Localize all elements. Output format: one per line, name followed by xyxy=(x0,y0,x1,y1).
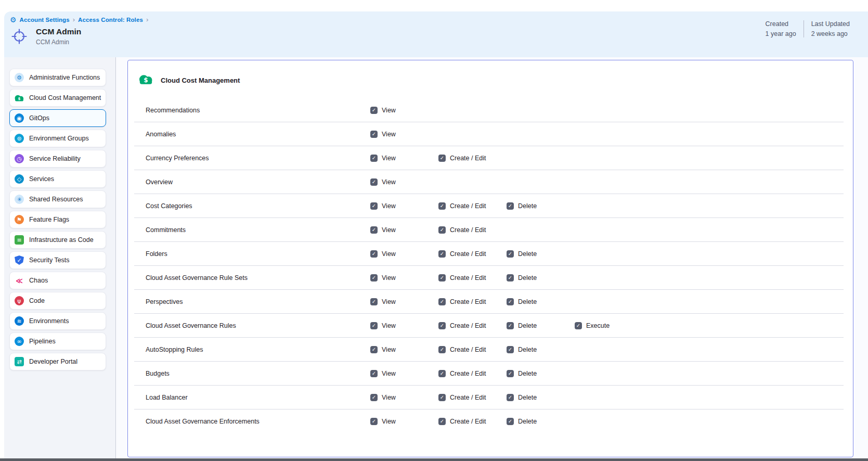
permission-checkbox-delete[interactable]: ✓Delete xyxy=(507,274,575,281)
sidebar-item-environment-groups[interactable]: ⊚ Environment Groups xyxy=(9,130,106,147)
permission-checkbox-create[interactable]: ✓Create / Edit xyxy=(438,226,507,234)
sidebar-item-admin-functions[interactable]: ⚙ Administrative Functions xyxy=(9,69,106,86)
checkbox-checked-icon[interactable]: ✓ xyxy=(370,178,378,186)
checkbox-checked-icon[interactable]: ✓ xyxy=(370,226,378,234)
permission-checkbox-view[interactable]: ✓View xyxy=(370,131,438,138)
checkbox-checked-icon[interactable]: ✓ xyxy=(370,346,378,353)
checkbox-checked-icon[interactable]: ✓ xyxy=(507,394,514,401)
permission-checkbox-delete[interactable]: ✓Delete xyxy=(507,250,575,258)
sidebar-item-code[interactable]: ψ Code xyxy=(9,292,106,310)
permission-row: Currency Preferences ✓View✓Create / Edit xyxy=(134,146,844,170)
permission-checkbox-create[interactable]: ✓Create / Edit xyxy=(438,322,507,329)
permission-checkbox-delete[interactable]: ✓Delete xyxy=(507,298,575,305)
permission-checkbox-delete[interactable]: ✓Delete xyxy=(507,322,575,329)
permission-checkbox-view[interactable]: ✓View xyxy=(370,202,438,210)
permission-checkbox-view[interactable]: ✓View xyxy=(370,394,438,401)
checkbox-checked-icon[interactable]: ✓ xyxy=(370,418,378,425)
checkbox-checked-icon[interactable]: ✓ xyxy=(370,394,378,401)
sidebar-item-label: Shared Resources xyxy=(29,196,83,203)
permission-checkbox-delete[interactable]: ✓Delete xyxy=(507,202,575,210)
permission-checkbox-execute[interactable]: ✓Execute xyxy=(575,322,643,329)
permission-checkbox-create[interactable]: ✓Create / Edit xyxy=(438,298,507,305)
permission-checkbox-create[interactable]: ✓Create / Edit xyxy=(438,418,507,425)
permission-checkbox-view[interactable]: ✓View xyxy=(370,370,438,377)
checkbox-checked-icon[interactable]: ✓ xyxy=(507,322,514,329)
checkbox-checked-icon[interactable]: ✓ xyxy=(370,298,378,305)
sidebar-item-developer-portal[interactable]: ⇄ Developer Portal xyxy=(9,353,106,370)
checkbox-checked-icon[interactable]: ✓ xyxy=(438,346,446,353)
permission-row: Perspectives ✓View✓Create / Edit✓Delete xyxy=(134,290,844,314)
checkbox-checked-icon[interactable]: ✓ xyxy=(438,370,446,377)
permission-checkbox-view[interactable]: ✓View xyxy=(370,226,438,234)
permission-checkbox-create[interactable]: ✓Create / Edit xyxy=(438,250,507,258)
sidebar-item-environments[interactable]: ≋ Environments xyxy=(9,312,106,330)
checkbox-checked-icon[interactable]: ✓ xyxy=(370,250,378,258)
permission-checkbox-view[interactable]: ✓View xyxy=(370,178,438,186)
sidebar-item-service-reliability[interactable]: ◷ Service Reliability xyxy=(9,150,106,168)
checkbox-checked-icon[interactable]: ✓ xyxy=(438,418,446,425)
checkbox-checked-icon[interactable]: ✓ xyxy=(507,274,514,281)
permission-label: Delete xyxy=(518,298,537,305)
checkbox-checked-icon[interactable]: ✓ xyxy=(438,226,446,234)
admin-functions-icon: ⚙ xyxy=(15,73,24,82)
permission-checkbox-delete[interactable]: ✓Delete xyxy=(507,418,575,425)
sidebar-item-security-tests[interactable]: ✓ Security Tests xyxy=(9,251,106,269)
checkbox-checked-icon[interactable]: ✓ xyxy=(438,250,446,258)
permission-checkbox-create[interactable]: ✓Create / Edit xyxy=(438,202,507,210)
permission-checkbox-view[interactable]: ✓View xyxy=(370,346,438,353)
sidebar-item-cloud-cost-management[interactable]: $ Cloud Cost Management xyxy=(9,89,106,107)
breadcrumb-link-access-control-roles[interactable]: Access Control: Roles xyxy=(78,17,143,23)
checkbox-checked-icon[interactable]: ✓ xyxy=(370,131,378,138)
sidebar-item-chaos[interactable]: ≪ Chaos xyxy=(9,272,106,289)
checkbox-checked-icon[interactable]: ✓ xyxy=(507,346,514,353)
checkbox-checked-icon[interactable]: ✓ xyxy=(438,155,446,162)
permission-checkbox-delete[interactable]: ✓Delete xyxy=(507,370,575,377)
sidebar-item-pipelines[interactable]: ∞ Pipelines xyxy=(9,332,106,350)
permission-checkbox-view[interactable]: ✓View xyxy=(370,250,438,258)
permission-checkbox-view[interactable]: ✓View xyxy=(370,418,438,425)
permission-checkbox-view[interactable]: ✓View xyxy=(370,322,438,329)
permission-checkbox-create[interactable]: ✓Create / Edit xyxy=(438,370,507,377)
checkbox-checked-icon[interactable]: ✓ xyxy=(370,370,378,377)
sidebar-item-feature-flags[interactable]: ⚑ Feature Flags xyxy=(9,211,106,228)
permission-label: View xyxy=(382,370,396,377)
permission-checkbox-create[interactable]: ✓Create / Edit xyxy=(438,274,507,281)
checkbox-checked-icon[interactable]: ✓ xyxy=(370,202,378,210)
content-area: ⚙ Administrative Functions $ Cloud Cost … xyxy=(4,57,868,458)
checkbox-checked-icon[interactable]: ✓ xyxy=(507,298,514,305)
checkbox-checked-icon[interactable]: ✓ xyxy=(370,274,378,281)
resource-label: Currency Preferences xyxy=(146,155,370,162)
permission-label: View xyxy=(382,131,396,138)
checkbox-checked-icon[interactable]: ✓ xyxy=(438,322,446,329)
permission-checkbox-view[interactable]: ✓View xyxy=(370,298,438,305)
checkbox-checked-icon[interactable]: ✓ xyxy=(438,394,446,401)
checkbox-checked-icon[interactable]: ✓ xyxy=(507,418,514,425)
checkbox-checked-icon[interactable]: ✓ xyxy=(507,250,514,258)
permission-checkbox-view[interactable]: ✓View xyxy=(370,107,438,114)
permission-checkbox-create[interactable]: ✓Create / Edit xyxy=(438,155,507,162)
resource-label: Cloud Asset Governance Enforcements xyxy=(146,418,370,425)
sidebar-item-gitops[interactable]: ◉ GitOps xyxy=(9,109,106,127)
checkbox-checked-icon[interactable]: ✓ xyxy=(575,322,582,329)
permission-checkbox-create[interactable]: ✓Create / Edit xyxy=(438,394,507,401)
svg-text:$: $ xyxy=(18,96,20,101)
checkbox-checked-icon[interactable]: ✓ xyxy=(507,370,514,377)
checkbox-checked-icon[interactable]: ✓ xyxy=(438,274,446,281)
permission-checkbox-create[interactable]: ✓Create / Edit xyxy=(438,346,507,353)
checkbox-checked-icon[interactable]: ✓ xyxy=(507,202,514,210)
checkbox-checked-icon[interactable]: ✓ xyxy=(438,202,446,210)
permission-checkbox-view[interactable]: ✓View xyxy=(370,274,438,281)
permission-checkbox-delete[interactable]: ✓Delete xyxy=(507,394,575,401)
permission-label: Create / Edit xyxy=(450,202,486,210)
permission-checkbox-view[interactable]: ✓View xyxy=(370,155,438,162)
checkbox-checked-icon[interactable]: ✓ xyxy=(438,298,446,305)
checkbox-checked-icon[interactable]: ✓ xyxy=(370,155,378,162)
chevron-right-icon: › xyxy=(73,16,75,23)
breadcrumb-link-account-settings[interactable]: Account Settings xyxy=(20,17,70,23)
sidebar-item-shared-resources[interactable]: ✳ Shared Resources xyxy=(9,190,106,208)
sidebar-item-services[interactable]: ◇ Services xyxy=(9,170,106,188)
checkbox-checked-icon[interactable]: ✓ xyxy=(370,107,378,114)
checkbox-checked-icon[interactable]: ✓ xyxy=(370,322,378,329)
sidebar-item-infrastructure-as-code[interactable]: ≡ Infrastructure as Code xyxy=(9,231,106,249)
permission-checkbox-delete[interactable]: ✓Delete xyxy=(507,346,575,353)
